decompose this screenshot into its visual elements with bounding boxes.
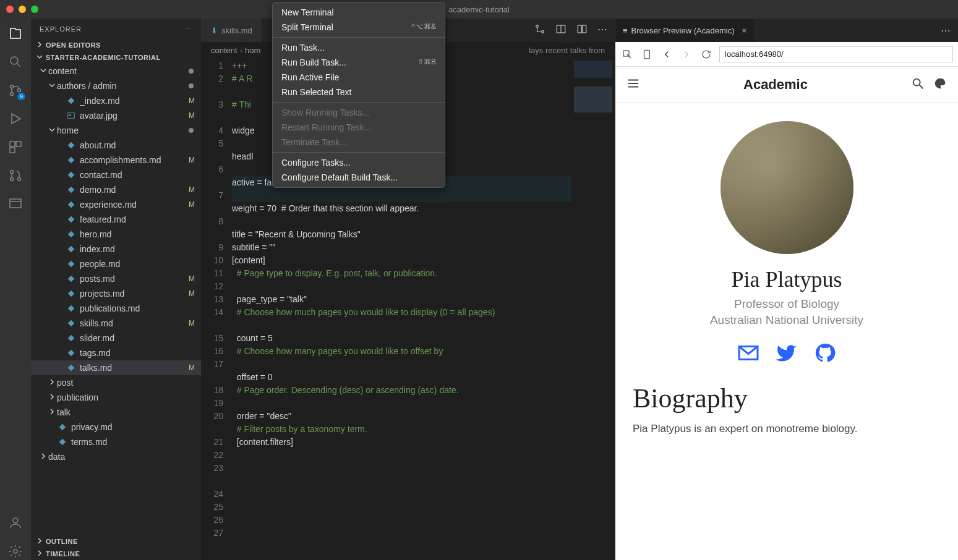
file-item[interactable]: terms.md [31, 435, 201, 449]
file-item[interactable]: skills.mdM [31, 316, 201, 331]
file-item[interactable]: experience.mdM [31, 197, 201, 212]
menu-item[interactable]: Run Selected Text [273, 85, 445, 100]
browser-preview-icon[interactable] [7, 195, 24, 213]
window-titlebar: academic-tutorial [0, 0, 958, 19]
code-line[interactable]: offset = 0 [232, 371, 571, 384]
file-item[interactable]: projects.mdM [31, 286, 201, 301]
reload-icon[interactable] [699, 48, 713, 61]
menu-item[interactable]: Run Active File [273, 70, 445, 85]
twitter-icon[interactable] [776, 342, 798, 364]
site-title[interactable]: Academic [640, 77, 911, 93]
file-item[interactable]: slider.md [31, 331, 201, 346]
project-section[interactable]: STARTER-ACADEMIC-TUTORIAL [31, 51, 201, 64]
menu-item: Restart Running Task... [273, 120, 445, 135]
code-line[interactable]: # Page type to display. E.g. post, talk,… [232, 267, 571, 293]
hamburger-menu-icon[interactable] [627, 77, 640, 93]
file-item[interactable]: tags.md [31, 346, 201, 360]
file-item[interactable]: people.md [31, 257, 201, 271]
more-actions-icon[interactable]: ⋯ [597, 23, 607, 37]
extensions-icon[interactable] [7, 138, 24, 156]
compare-changes-icon[interactable] [534, 23, 545, 37]
menu-item[interactable]: Run Task... [273, 40, 445, 55]
search-icon[interactable] [7, 53, 24, 70]
file-item[interactable]: index.md [31, 242, 201, 257]
chevron-right-icon [36, 537, 43, 546]
code-line[interactable]: page_type = "talk" [232, 293, 571, 306]
explorer-icon[interactable] [7, 25, 24, 42]
code-line[interactable]: # Filter posts by a taxonomy term. [232, 423, 571, 436]
file-item[interactable]: avatar.jpgM [31, 108, 201, 123]
explorer-more-icon[interactable]: ⋯ [185, 25, 192, 33]
file-item[interactable]: publications.md [31, 301, 201, 316]
open-preview-icon[interactable] [555, 23, 567, 37]
folder-item[interactable]: publication [31, 390, 201, 405]
code-line[interactable]: # Choose how much pages you would like t… [232, 306, 571, 332]
github-icon[interactable] [814, 342, 836, 364]
code-line[interactable]: [content.filters] [232, 436, 571, 449]
file-item[interactable]: featured.md [31, 212, 201, 227]
code-line[interactable]: order = "desc" [232, 410, 571, 423]
code-line[interactable]: # Choose how many pages you would like t… [232, 345, 571, 371]
file-item[interactable]: demo.mdM [31, 182, 201, 197]
folder-item[interactable]: talk [31, 405, 201, 420]
svg-point-10 [18, 178, 21, 181]
forward-icon[interactable] [680, 48, 693, 61]
menu-label: Run Selected Text [281, 87, 351, 97]
chevron-down-icon [40, 66, 48, 76]
close-icon[interactable]: × [742, 26, 746, 35]
account-icon[interactable] [7, 514, 24, 532]
settings-gear-icon[interactable] [7, 543, 24, 560]
code-line[interactable]: [content] [232, 254, 571, 267]
menu-item[interactable]: Split Terminal^⌥⌘& [273, 20, 445, 35]
device-icon[interactable] [640, 48, 654, 61]
folder-item[interactable]: home [31, 123, 201, 138]
open-editors-section[interactable]: OPEN EDITORS [31, 39, 201, 51]
more-actions-icon[interactable]: ⋯ [933, 25, 958, 36]
file-item[interactable]: contact.md [31, 168, 201, 182]
minimap[interactable] [571, 58, 615, 560]
preview-tab[interactable]: ≡ Browser Preview (Academic) × [615, 19, 754, 42]
split-editor-icon[interactable] [576, 23, 588, 37]
menu-item[interactable]: Configure Tasks... [273, 155, 445, 170]
file-label: publication [57, 392, 201, 402]
file-item[interactable]: _index.mdM [31, 93, 201, 108]
code-line[interactable]: count = 5 [232, 332, 571, 345]
file-item[interactable]: privacy.md [31, 420, 201, 435]
code-line[interactable]: subtitle = "" [232, 241, 571, 254]
editor-tab[interactable]: ⬇ skills.md [201, 19, 263, 42]
menu-label: Run Task... [281, 43, 325, 53]
menu-item[interactable]: Run Build Task...⇧⌘B [273, 55, 445, 70]
folder-item[interactable]: content [31, 64, 201, 78]
folder-item[interactable]: authors / admin [31, 78, 201, 93]
minimize-window-button[interactable] [19, 6, 26, 13]
file-tree: contentauthors / admin_index.mdMavatar.j… [31, 64, 201, 535]
email-icon[interactable] [737, 342, 759, 364]
preview-content[interactable]: Academic Pia Platypus Professor of Biolo… [615, 67, 958, 560]
code-line[interactable]: title = "Recent & Upcoming Talks" [232, 228, 571, 241]
debug-icon[interactable] [7, 110, 24, 127]
file-label: skills.md [80, 318, 189, 328]
back-icon[interactable] [660, 48, 674, 61]
file-item[interactable]: hero.md [31, 227, 201, 242]
inspect-icon[interactable] [620, 48, 634, 61]
pull-request-icon[interactable] [7, 167, 24, 184]
menu-item[interactable]: New Terminal [273, 5, 445, 20]
file-item[interactable]: about.md [31, 138, 201, 153]
code-line[interactable]: weight = 70 # Order that this section wi… [232, 202, 571, 228]
file-item[interactable]: posts.mdM [31, 271, 201, 286]
outline-section[interactable]: OUTLINE [31, 535, 201, 548]
search-icon[interactable] [911, 77, 925, 93]
url-input[interactable]: localhost:64980/ [719, 46, 953, 62]
source-control-icon[interactable]: 9 [7, 82, 24, 99]
folder-item[interactable]: post [31, 375, 201, 390]
timeline-section[interactable]: TIMELINE [31, 548, 201, 560]
code-line[interactable]: # Page order. Descending (desc) or ascen… [232, 384, 571, 410]
file-item[interactable]: accomplishments.mdM [31, 153, 201, 168]
theme-palette-icon[interactable] [933, 77, 947, 93]
maximize-window-button[interactable] [31, 6, 38, 13]
menu-item[interactable]: Configure Default Build Task... [273, 170, 445, 185]
svg-point-13 [13, 518, 18, 523]
folder-item[interactable]: data [31, 449, 201, 464]
file-item[interactable]: talks.mdM [31, 360, 201, 375]
close-window-button[interactable] [6, 6, 14, 13]
